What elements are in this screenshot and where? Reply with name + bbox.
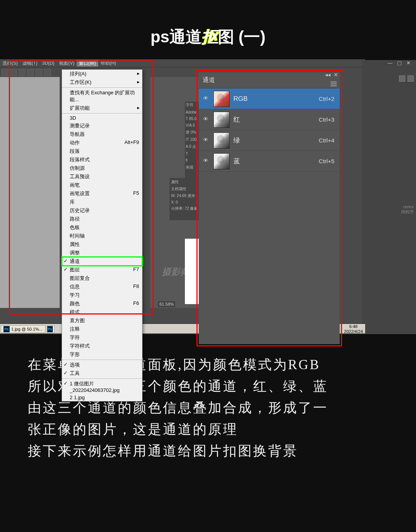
- menu-brush-settings[interactable]: 画笔设置F5: [62, 189, 142, 198]
- menu-help[interactable]: 帮助(H): [98, 60, 119, 67]
- panel-menu-icon[interactable]: [330, 82, 337, 86]
- menu-filter[interactable]: 滤镜(T): [20, 60, 40, 67]
- menu-navigator[interactable]: 导航器: [62, 130, 142, 139]
- watermark-text: 摄影师fg: [162, 266, 197, 278]
- right-label: raries 用程序: [401, 204, 414, 215]
- menu-doc2[interactable]: 2 1.jpg: [62, 394, 142, 401]
- maximize-icon[interactable]: ▢: [397, 60, 402, 66]
- menu-workspace[interactable]: 工作区(K): [62, 78, 142, 87]
- document-canvas-left: [0, 77, 60, 308]
- prop-title: 属性: [171, 179, 199, 185]
- menu-extensions[interactable]: 扩展功能: [62, 104, 142, 112]
- menu-options[interactable]: 选项: [62, 361, 142, 369]
- panel-icon[interactable]: [399, 75, 405, 82]
- char-panel-title: 字符: [186, 102, 200, 108]
- minimize-icon[interactable]: —: [387, 60, 393, 66]
- menu-tools[interactable]: 工具: [62, 369, 142, 378]
- menu-properties[interactable]: 属性: [62, 240, 142, 249]
- channels-panel: 通道 ◂◂ ✕ 👁 RGB Ctrl+2 👁 红 Ctrl+3 👁 绿 Ctrl…: [199, 72, 340, 344]
- channel-name: 绿: [233, 136, 319, 145]
- channel-shortcut: Ctrl+4: [319, 137, 334, 144]
- visibility-icon[interactable]: 👁: [202, 116, 210, 124]
- menu-3d-panel[interactable]: 3D: [62, 114, 142, 122]
- menu-layer-comps[interactable]: 图层复合: [62, 274, 142, 283]
- channel-thumbnail: [213, 132, 230, 149]
- channel-row-rgb[interactable]: 👁 RGB Ctrl+2: [199, 89, 340, 109]
- menu-tool-presets[interactable]: 工具预设: [62, 172, 142, 181]
- toolbar-item[interactable]: [35, 69, 42, 76]
- menu-histogram[interactable]: 直方图: [62, 316, 142, 325]
- character-panel: 字符 Adobe T 85.0 V/A 0 透 0% IT 100 A 0 点 …: [185, 102, 200, 179]
- right-dock: — ▢ ✕ raries 用程序: [362, 60, 416, 334]
- menu-layers[interactable]: 图层F7: [62, 266, 142, 274]
- page-title: ps通道抠图 (一): [0, 0, 416, 48]
- menu-timeline[interactable]: 时间轴: [62, 232, 142, 240]
- channel-row-blue[interactable]: 👁 蓝 Ctrl+5: [199, 151, 340, 172]
- menu-paragraph-styles[interactable]: 段落样式: [62, 156, 142, 164]
- close-icon[interactable]: ✕: [334, 72, 338, 78]
- channel-row-green[interactable]: 👁 绿 Ctrl+4: [199, 130, 340, 151]
- toolbar-item[interactable]: [18, 69, 25, 76]
- menu-notes[interactable]: 注释: [62, 325, 142, 333]
- taskbar-app[interactable]: Ps 1.jpg @ 50.1%...: [1, 325, 45, 333]
- menu-paragraph[interactable]: 段落: [62, 147, 142, 156]
- menu-learn[interactable]: 学习: [62, 291, 142, 299]
- system-clock: 6:48 2022/4/24: [342, 324, 365, 333]
- channel-name: 红: [233, 115, 319, 124]
- menu-character[interactable]: 字符: [62, 333, 142, 342]
- menu-character-styles[interactable]: 字符样式: [62, 342, 142, 350]
- menu-doc1[interactable]: 1 微信图片_20220424063702.jpg: [62, 380, 142, 394]
- taskbar-app2[interactable]: Ps: [47, 325, 55, 333]
- menu-libraries[interactable]: 库: [62, 198, 142, 206]
- channel-shortcut: Ctrl+5: [319, 158, 334, 164]
- channels-panel-header: 通道 ◂◂ ✕: [199, 72, 340, 89]
- taskbar-doc-label: 1.jpg @ 50.1%...: [11, 327, 43, 331]
- visibility-icon[interactable]: 👁: [202, 137, 210, 144]
- zoom-indicator: 61.58%: [158, 301, 175, 307]
- channel-thumbnail: [213, 91, 230, 107]
- menu-history[interactable]: 历史记录: [62, 206, 142, 215]
- channel-row-red[interactable]: 👁 红 Ctrl+3: [199, 109, 340, 130]
- toolbar-item[interactable]: [10, 69, 17, 76]
- menu-arrange[interactable]: 排列(A): [62, 70, 142, 78]
- photoshop-icon: Ps: [47, 326, 53, 332]
- channel-name: 蓝: [233, 157, 319, 166]
- menu-measurement[interactable]: 测量记录: [62, 122, 142, 130]
- menu-clone-source[interactable]: 仿制源: [62, 164, 142, 172]
- menu-swatches[interactable]: 色板: [62, 223, 142, 232]
- menu-window[interactable]: 窗口(W): [77, 60, 98, 67]
- menu-exchange[interactable]: 查找有关 Exchange 的扩展功能...: [62, 89, 142, 104]
- menu-actions[interactable]: 动作Alt+F9: [62, 139, 142, 147]
- channel-name: RGB: [233, 95, 319, 103]
- visibility-icon[interactable]: 👁: [202, 95, 210, 103]
- toolbar-item[interactable]: [2, 69, 8, 76]
- channel-shortcut: Ctrl+2: [319, 95, 334, 102]
- menu-info[interactable]: 信息F8: [62, 283, 142, 291]
- channels-panel-title: 通道: [203, 76, 215, 84]
- menu-view[interactable]: 视图(V): [57, 60, 77, 67]
- toolbar-item[interactable]: [44, 69, 51, 76]
- menu-styles[interactable]: 样式: [62, 308, 142, 316]
- menu-channels[interactable]: 通道: [62, 257, 142, 266]
- menu-glyphs[interactable]: 字形: [62, 350, 142, 359]
- window-controls: — ▢ ✕: [387, 60, 411, 66]
- menu-3d[interactable]: 3D(D): [40, 60, 57, 66]
- menu-paths[interactable]: 路径: [62, 215, 142, 223]
- photoshop-icon: Ps: [3, 326, 10, 332]
- menu-adjustments[interactable]: 调整: [62, 249, 142, 257]
- collapse-icon[interactable]: ◂◂: [325, 72, 330, 78]
- channel-thumbnail: [213, 112, 230, 128]
- menu-brushes[interactable]: 画笔: [62, 181, 142, 189]
- menu-select[interactable]: 选择(S): [0, 60, 20, 67]
- menu-color[interactable]: 颜色F6: [62, 299, 142, 308]
- channel-shortcut: Ctrl+3: [319, 116, 334, 123]
- visibility-icon[interactable]: 👁: [202, 157, 210, 165]
- properties-panel: 属性 文档属性 W: 24.69 厘米 X: 0 分辨率: 72 像素: [169, 178, 200, 220]
- close-icon[interactable]: ✕: [406, 60, 411, 66]
- window-menu-dropdown: 排列(A) 工作区(K) 查找有关 Exchange 的扩展功能... 扩展功能…: [62, 69, 143, 402]
- menu-bar: 选择(S) 滤镜(T) 3D(D) 视图(V) 窗口(W) 帮助(H): [0, 59, 365, 67]
- panel-icon[interactable]: [408, 75, 414, 82]
- toolbar-item[interactable]: [27, 69, 34, 76]
- channel-thumbnail: [213, 153, 230, 169]
